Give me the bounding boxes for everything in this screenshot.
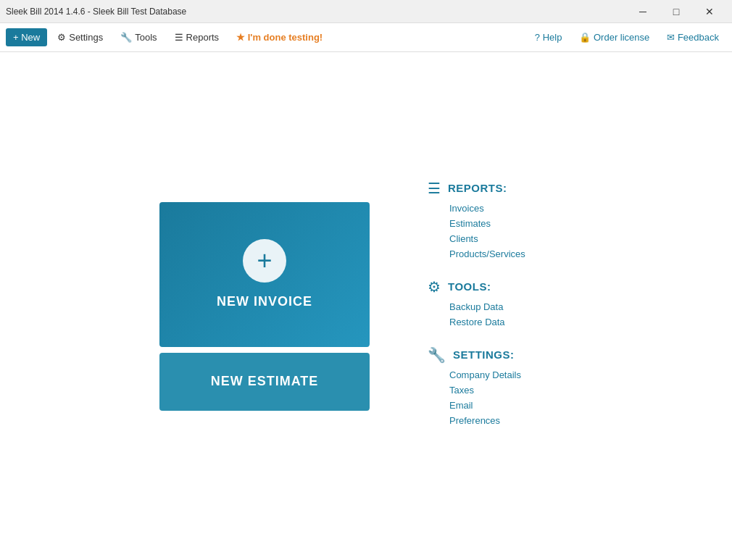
reports-invoices-link[interactable]: Invoices — [449, 201, 573, 215]
help-menu-item[interactable]: ? Help — [528, 28, 570, 47]
reports-icon: ☰ — [175, 32, 183, 43]
settings-section-title: SETTINGS: — [453, 348, 515, 361]
settings-links: Company Details Taxes Email Preferences — [428, 368, 573, 427]
reports-estimates-link[interactable]: Estimates — [449, 217, 573, 230]
tools-label: Tools — [135, 32, 157, 43]
settings-taxes-link[interactable]: Taxes — [449, 383, 573, 397]
tools-icon: 🔧 — [120, 32, 132, 43]
plus-icon: + — [243, 239, 286, 283]
reports-section-icon: ☰ — [428, 180, 441, 197]
tools-backup-link[interactable]: Backup Data — [449, 300, 573, 314]
settings-company-link[interactable]: Company Details — [449, 368, 573, 382]
title-bar-controls: ─ □ ✕ — [626, 0, 726, 23]
tools-section-icon: ⚙ — [428, 278, 441, 296]
settings-icon: ⚙ — [57, 32, 66, 43]
reports-products-link[interactable]: Products/Services — [449, 247, 573, 261]
reports-section-header: ☰ REPORTS: — [428, 180, 573, 197]
settings-email-link[interactable]: Email — [449, 398, 573, 412]
done-testing-menu-item[interactable]: ★ I'm done testing! — [229, 28, 330, 47]
action-panel: + NEW INVOICE NEW ESTIMATE — [159, 202, 370, 411]
menu-right: ? Help 🔒 Order license ✉ Feedback — [528, 28, 726, 47]
new-invoice-button[interactable]: + NEW INVOICE — [159, 202, 370, 347]
main-content: + NEW INVOICE NEW ESTIMATE ☰ REPORTS: In… — [0, 52, 732, 560]
reports-label: Reports — [186, 32, 220, 43]
order-license-menu-item[interactable]: 🔒 Order license — [572, 28, 657, 47]
tools-links: Backup Data Restore Data — [428, 300, 573, 329]
menu-bar: + New ⚙ Settings 🔧 Tools ☰ Reports ★ I'm… — [0, 23, 732, 52]
feedback-menu-item[interactable]: ✉ Feedback — [660, 28, 726, 47]
new-invoice-label: NEW INVOICE — [217, 294, 312, 309]
settings-label: Settings — [69, 32, 103, 43]
new-estimate-button[interactable]: NEW ESTIMATE — [159, 353, 370, 411]
reports-menu-item[interactable]: ☰ Reports — [167, 28, 227, 47]
reports-links: Invoices Estimates Clients Products/Serv… — [428, 201, 573, 261]
settings-menu-item[interactable]: ⚙ Settings — [50, 28, 110, 47]
settings-preferences-link[interactable]: Preferences — [449, 414, 573, 427]
reports-section-title: REPORTS: — [448, 182, 507, 194]
tools-section-header: ⚙ TOOLS: — [428, 278, 573, 296]
minimize-button[interactable]: ─ — [626, 0, 660, 23]
reports-clients-link[interactable]: Clients — [449, 232, 573, 246]
new-menu-item[interactable]: + New — [6, 28, 47, 46]
tools-restore-link[interactable]: Restore Data — [449, 315, 573, 329]
settings-section-header: 🔧 SETTINGS: — [428, 346, 573, 364]
tools-section-title: TOOLS: — [448, 280, 491, 293]
app-title: Sleek Bill 2014 1.4.6 - Sleek Bill Test … — [6, 7, 186, 17]
menu-left: + New ⚙ Settings 🔧 Tools ☰ Reports ★ I'm… — [6, 28, 330, 47]
close-button[interactable]: ✕ — [693, 0, 726, 23]
tools-menu-item[interactable]: 🔧 Tools — [113, 28, 164, 47]
maximize-button[interactable]: □ — [660, 0, 693, 23]
quick-links-panel: ☰ REPORTS: Invoices Estimates Clients Pr… — [428, 180, 573, 433]
settings-section-icon: 🔧 — [428, 346, 446, 364]
title-bar-left: Sleek Bill 2014 1.4.6 - Sleek Bill Test … — [6, 7, 186, 17]
title-bar: Sleek Bill 2014 1.4.6 - Sleek Bill Test … — [0, 0, 732, 23]
